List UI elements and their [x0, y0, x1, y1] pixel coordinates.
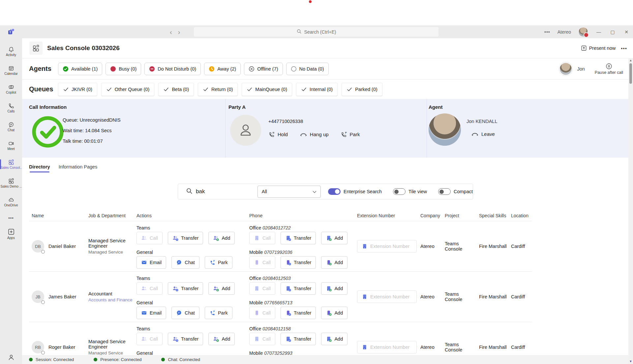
pause-after-call-button[interactable]: Pause after call — [595, 63, 623, 75]
queue-filter-other-queue[interactable]: Other Queue (0) — [101, 83, 155, 96]
minimize-button[interactable]: — — [595, 29, 602, 35]
office-call-button[interactable]: Call — [249, 282, 275, 295]
mobile-call-button[interactable]: Call — [249, 307, 275, 319]
office-call-button[interactable]: Call — [249, 232, 275, 244]
rail-item-activity[interactable]: Activity — [0, 42, 22, 61]
teams-add-button[interactable]: Add — [208, 282, 235, 295]
column-header-company: Company — [418, 213, 442, 221]
rail-item-sales-consol[interactable]: Sales Consol... — [0, 155, 22, 174]
rail-item-calendar[interactable]: Calendar — [0, 61, 22, 80]
extension-number-button[interactable]: Extension Number — [357, 240, 417, 253]
status-filter-busy[interactable]: Busy (0) — [106, 63, 141, 75]
app-more-button[interactable]: ••• — [621, 46, 627, 51]
nav-back-button[interactable]: ‹ — [170, 29, 172, 35]
rail-profile-button[interactable] — [0, 354, 22, 361]
filter-select[interactable]: All — [257, 186, 321, 198]
teams-add-button[interactable]: Add — [208, 232, 235, 244]
status-filter-away[interactable]: Away (2) — [204, 63, 241, 75]
group-label: General — [136, 250, 153, 255]
queue-filter-mainqueue[interactable]: MainQueue (0) — [242, 83, 292, 96]
status-filter-offline[interactable]: Offline (7) — [244, 63, 283, 75]
queue-filter-parked[interactable]: Parked (0) — [342, 83, 382, 96]
svg-text:P: P — [213, 310, 215, 313]
agent-panel: Agent Jon KENDALL Leave — [427, 99, 633, 158]
teams-call-button[interactable]: Call — [136, 282, 163, 295]
mobile-call-button[interactable]: Call — [249, 256, 275, 269]
office-call-button[interactable]: Call — [249, 333, 275, 345]
scrollbar[interactable]: ▲ ▼ — [628, 58, 633, 364]
tab-information-pages[interactable]: Information Pages — [59, 164, 98, 172]
teams-transfer-button[interactable]: Transfer — [168, 232, 203, 244]
rail-item-copilot[interactable]: Copilot — [0, 80, 22, 99]
enterprise-search-toggle[interactable] — [328, 188, 341, 195]
rail-item-calls[interactable]: Calls — [0, 99, 22, 117]
extension-number-button[interactable]: Extension Number — [357, 290, 417, 303]
nav-forward-button[interactable]: › — [178, 29, 180, 35]
scrollbar-thumb[interactable] — [629, 63, 632, 84]
hang-up-button[interactable]: Hang up — [300, 131, 329, 137]
queue-filter-label: Other Queue (0) — [115, 87, 150, 92]
email-button[interactable]: Email — [136, 307, 166, 319]
tab-directory[interactable]: Directory — [29, 164, 50, 172]
rail-more-button[interactable]: ••• — [0, 211, 22, 225]
park-button[interactable]: PPark — [205, 256, 232, 269]
teams-add-button[interactable]: Add — [208, 333, 235, 345]
office-add-button[interactable]: Add — [321, 232, 347, 244]
scroll-down-arrow[interactable]: ▼ — [628, 360, 633, 363]
chat-button[interactable]: Chat — [171, 256, 199, 269]
teams-transfer-button[interactable]: Transfer — [168, 282, 203, 295]
teams-call-button[interactable]: Call — [136, 333, 163, 345]
compact-toggle[interactable] — [438, 188, 451, 195]
location-cell: Cardiff — [508, 272, 532, 322]
hold-button[interactable]: Hold — [268, 131, 288, 137]
park-icon: P — [209, 310, 215, 316]
extension-number-button[interactable]: Extension Number — [357, 341, 417, 353]
queue-filter-jkivr[interactable]: JKIVR (0) — [58, 83, 97, 96]
email-button[interactable]: Email — [136, 256, 166, 269]
present-now-button[interactable]: Present now — [581, 45, 616, 51]
leave-button[interactable]: Leave — [471, 131, 495, 137]
department[interactable]: Accounts and Finance — [88, 297, 134, 302]
office-add-button[interactable]: Add — [321, 282, 347, 295]
rail-item-meet[interactable]: Meet — [0, 136, 22, 155]
avatar[interactable]: JB — [32, 290, 44, 303]
scroll-up-arrow[interactable]: ▲ — [628, 59, 633, 62]
office-transfer-button[interactable]: Transfer — [281, 232, 316, 244]
presence-ring — [41, 351, 45, 354]
titlebar-more-button[interactable]: ••• — [544, 29, 550, 35]
status-filter-nodata[interactable]: No Data (0) — [286, 63, 329, 75]
teams-call-button[interactable]: Call — [136, 232, 163, 244]
status-filter-available[interactable]: Available (1) — [58, 63, 102, 75]
rail-item-chat[interactable]: Chat — [0, 117, 22, 136]
queue-filter-internal[interactable]: Internal (0) — [296, 83, 338, 96]
rail-item-apps[interactable]: Apps — [0, 225, 22, 243]
chat-button[interactable]: Chat — [171, 307, 199, 319]
teams-transfer-button[interactable]: Transfer — [168, 333, 203, 345]
mobile-transfer-button[interactable]: Transfer — [281, 256, 316, 269]
close-button[interactable]: ✕ — [623, 29, 630, 35]
park-button[interactable]: PPark — [205, 307, 232, 319]
tile-view-toggle[interactable] — [393, 188, 406, 195]
maximize-button[interactable]: ▢ — [609, 29, 616, 35]
rail-item-sales-demo[interactable]: Sales Demo ... — [0, 174, 22, 193]
park-button[interactable]: P Park — [341, 131, 360, 137]
rail-item-onedrive[interactable]: OneDrive — [0, 193, 22, 211]
office-transfer-button[interactable]: Transfer — [281, 333, 316, 345]
avatar[interactable]: DB — [32, 240, 44, 253]
mobile-add-button[interactable]: Add — [321, 256, 347, 269]
mobile-add-button[interactable]: Add — [321, 307, 347, 319]
directory-search-input[interactable]: bak — [186, 188, 246, 196]
office-add-button[interactable]: Add — [321, 333, 347, 345]
agent-avatar[interactable] — [559, 62, 572, 76]
mobile-transfer-button[interactable]: Transfer — [281, 307, 316, 319]
button-label: Transfer — [181, 235, 198, 241]
account-avatar[interactable] — [578, 27, 588, 37]
office-transfer-button[interactable]: Transfer — [281, 282, 316, 295]
queue-filter-beta[interactable]: Beta (0) — [158, 83, 194, 96]
status-filter-dnd[interactable]: Do Not Disturb (0) — [144, 63, 201, 75]
button-label: Extension Number — [370, 244, 409, 249]
avatar[interactable]: RB — [32, 341, 44, 353]
queue-filter-return[interactable]: Return (0) — [198, 83, 238, 96]
agent-full-name: Jon KENDALL — [467, 119, 497, 124]
global-search-input[interactable]: Search (Ctrl+E) — [194, 27, 438, 37]
